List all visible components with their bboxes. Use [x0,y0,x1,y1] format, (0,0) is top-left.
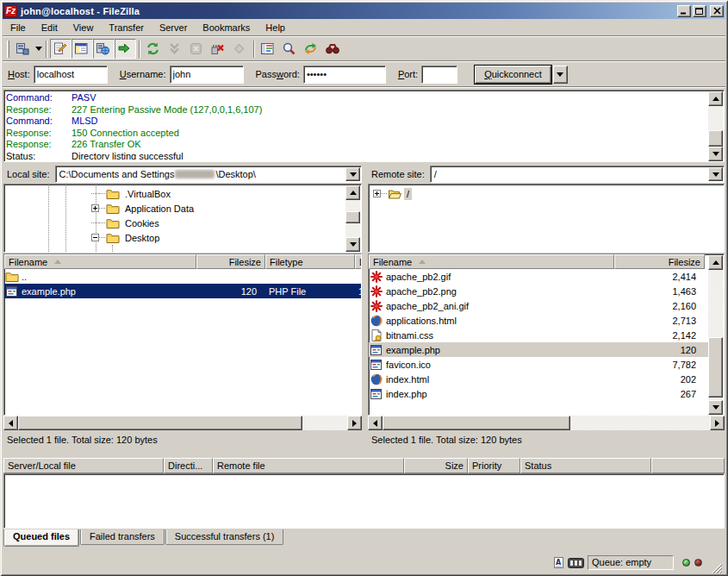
maximize-button[interactable] [693,5,706,17]
tree-item-[interactable]: / [369,186,722,201]
tab-queued-files[interactable]: Queued files [3,529,79,547]
resize-grip[interactable] [710,561,722,573]
scroll-up-button[interactable] [708,91,723,106]
toggle-remote-tree-button[interactable] [93,39,115,59]
menu-edit[interactable]: Edit [34,21,65,34]
column-header-filetype[interactable]: Filetype [265,254,355,269]
queue-column-directi[interactable]: Directi... [164,458,213,473]
queue-column-remotefile[interactable]: Remote file [213,458,404,473]
refresh-button[interactable] [143,39,165,59]
file-row-indexhtml[interactable]: index.html202 [369,372,709,386]
tab-successful-transfers--1-[interactable]: Successful transfers (1) [165,529,284,545]
minimize-button[interactable] [677,5,691,17]
menu-transfer[interactable]: Transfer [101,21,152,34]
scroll-right-button[interactable] [347,416,362,430]
local-site-combobox[interactable]: C:\Documents and Settings\Desktop\ [55,166,362,183]
menu-view[interactable]: View [65,21,102,34]
file-row-indexphp[interactable]: index.php267 [369,386,709,401]
filter-button[interactable] [258,39,279,59]
scroll-down-button[interactable] [708,400,723,415]
tab-failed-transfers[interactable]: Failed transfers [80,529,165,545]
port-input[interactable] [422,66,457,83]
remote-horizontal-scrollbar[interactable] [368,416,725,430]
tree-item-desktop[interactable]: Desktop [4,230,345,245]
file-row-applicationshtml[interactable]: applications.html2,713 [369,313,709,328]
file-row-[interactable]: .. [4,269,361,284]
file-row-apachepb2gif[interactable]: apache_pb2.gif2,414 [369,269,709,284]
remote-list-vertical-scrollbar[interactable] [708,255,723,415]
local-tree-vertical-scrollbar[interactable] [345,185,360,252]
menu-server[interactable]: Server [152,21,195,34]
file-row-bitnamicss[interactable]: bitnami.css2,142 [369,328,709,342]
scrollbar-thumb[interactable] [345,211,360,223]
scrollbar-thumb[interactable] [383,416,570,430]
disconnect-button[interactable] [208,39,229,59]
local-file-list[interactable]: FilenameFilesizeFiletypeL ..example.php1… [3,254,362,416]
sync-browsing-button[interactable] [301,39,322,59]
log-line: Response:227 Entering Passive Mode (127,… [6,104,707,116]
site-manager-button[interactable] [12,39,34,59]
reconnect-button[interactable] [229,39,251,59]
host-label: Host: [8,69,30,79]
log-vertical-scrollbar[interactable] [708,91,723,161]
scroll-up-button[interactable] [345,185,360,200]
local-directory-tree[interactable]: .VirtualBoxApplication DataCookiesDeskto… [3,184,362,253]
find-files-button[interactable] [322,39,344,59]
tree-item-cookies[interactable]: Cookies [4,216,345,230]
tree-item-virtualbox[interactable]: .VirtualBox [4,186,345,201]
quickconnect-dropdown-button[interactable] [553,66,568,84]
process-queue-button[interactable] [165,39,186,59]
menu-file[interactable]: File [3,21,34,34]
scrollbar-thumb[interactable] [708,130,723,147]
password-input[interactable] [304,66,385,83]
column-header-filesize[interactable]: Filesize [196,254,265,269]
queue-column-size[interactable]: Size [404,458,468,473]
compare-button[interactable] [279,39,301,59]
collapse-icon[interactable] [91,234,99,241]
menu-bookmarks[interactable]: Bookmarks [195,21,258,34]
message-log[interactable]: Command:PASVResponse:227 Entering Passiv… [3,90,725,162]
local-site-dropdown-button[interactable] [345,167,360,181]
file-row-apachepb2png[interactable]: apache_pb2.png1,463 [369,284,709,298]
scroll-right-button[interactable] [710,416,725,430]
queue-column-serverlocalfile[interactable]: Server/Local file [3,458,164,473]
queue-column-priority[interactable]: Priority [468,458,520,473]
file-row-examplephp[interactable]: example.php120PHP File1 [4,284,361,298]
toggle-local-tree-button[interactable] [72,39,93,59]
host-input[interactable] [34,66,107,83]
close-button[interactable] [710,5,724,17]
menu-help[interactable]: Help [258,21,293,34]
column-header-label: Filetype [270,257,303,267]
scrollbar-thumb[interactable] [18,416,302,430]
quickconnect-button[interactable]: Quickconnect [475,66,551,84]
remote-site-dropdown-button[interactable] [708,167,723,181]
toggle-log-button[interactable] [50,39,72,59]
tree-item-applicationdata[interactable]: Application Data [4,201,345,216]
scroll-left-button[interactable] [368,416,383,430]
expand-icon[interactable] [91,204,99,212]
scroll-down-button[interactable] [345,237,360,252]
local-horizontal-scrollbar[interactable] [3,416,362,430]
queue-column-status[interactable]: Status [520,458,651,473]
site-manager-dropdown-button[interactable] [34,39,43,59]
local-site-label: Local site: [3,169,55,179]
column-header-l[interactable]: L [355,254,362,269]
username-input[interactable] [171,66,243,83]
remote-site-combobox[interactable]: / [430,166,725,183]
toggle-queue-button[interactable] [115,39,136,59]
cancel-button[interactable] [186,39,208,59]
scroll-down-button[interactable] [708,147,723,161]
scroll-left-button[interactable] [3,416,18,430]
remote-directory-tree[interactable]: / [368,184,725,253]
scrollbar-thumb[interactable] [708,337,723,398]
remote-file-list[interactable]: FilenameFilesize apache_pb2.gif2,414apac… [368,254,725,416]
transfer-queue-list[interactable] [3,473,725,529]
column-header-filesize[interactable]: Filesize [614,254,705,269]
column-header-filename[interactable]: Filename [4,254,196,269]
file-row-faviconico[interactable]: favicon.ico7,782 [369,357,709,372]
expand-icon[interactable] [373,190,381,197]
file-row-examplephp[interactable]: example.php120 [369,342,709,357]
scroll-up-button[interactable] [708,255,723,270]
column-header-filename[interactable]: Filename [369,254,614,269]
file-row-apachepb2anigif[interactable]: apache_pb2_ani.gif2,160 [369,298,709,313]
